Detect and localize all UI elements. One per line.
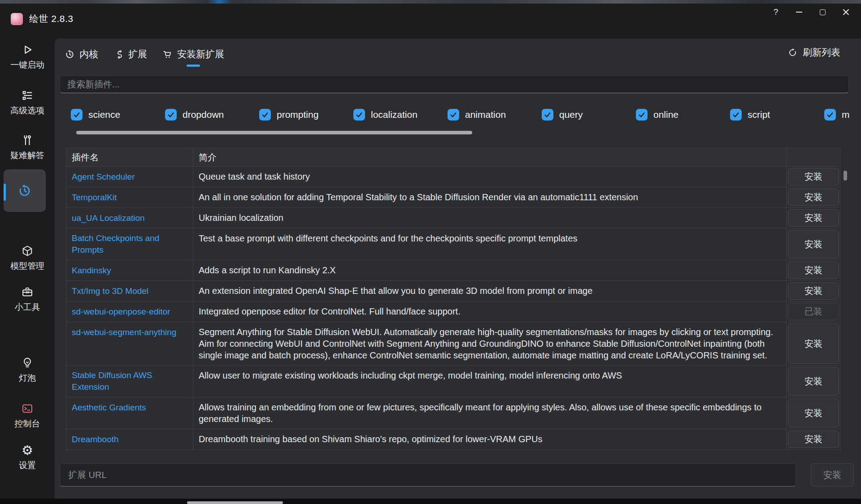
plugin-name-link[interactable]: Aesthetic Gradients [72, 402, 146, 414]
sidebar-item-lightbulb[interactable]: 灯泡 [0, 356, 55, 383]
install-button[interactable]: 安装 [788, 431, 839, 448]
gear-icon: ⚙ [0, 444, 55, 457]
sidebar-item-troubleshoot[interactable]: 疑难解答 [0, 134, 55, 160]
checkbox-checked-icon [71, 109, 83, 121]
tab-label: 内核 [79, 48, 98, 60]
tab-install-new-extensions[interactable]: 安装新扩展 [161, 44, 226, 67]
sidebar-item-label: 灯泡 [0, 374, 55, 383]
column-header-action [787, 148, 840, 166]
refresh-label: 刷新列表 [803, 46, 840, 59]
sidebar-item-version-management-selected[interactable] [4, 169, 46, 212]
install-button[interactable]: 安装 [788, 323, 839, 364]
sidebar: 一键启动 高级选项 疑难解答 [0, 39, 55, 499]
refresh-icon [788, 48, 797, 57]
sidebar-item-advanced-options[interactable]: 高级选项 [0, 89, 55, 115]
plugin-name-link[interactable]: sd-webui-openpose-editor [72, 306, 170, 318]
extension-url-input[interactable] [60, 464, 796, 486]
plugin-name-link[interactable]: TemporalKit [72, 192, 117, 203]
taskbar-sliver [0, 499, 861, 504]
plugin-name-link[interactable]: sd-webui-segment-anything [72, 327, 176, 338]
install-button[interactable]: 安装 [788, 262, 839, 279]
sidebar-item-label: 模型管理 [0, 262, 55, 271]
filter-checkbox-item[interactable]: localization [353, 107, 448, 123]
plugin-name-cell: Dreambooth [66, 429, 193, 449]
content-panel: 内核 扩展 安装新扩展 刷新列表 [55, 39, 861, 499]
plugin-name-link[interactable]: Batch Checkpoints and Prompts [72, 233, 177, 256]
title-bar: 绘世 2.8.3 ? [0, 4, 861, 39]
extension-url-box [60, 463, 796, 487]
plugin-name-link[interactable]: ua_UA Localization [72, 212, 145, 224]
shopping-cart-icon [162, 49, 173, 60]
plugin-action-cell: 安装 [787, 167, 840, 187]
plugin-name-link[interactable]: Kandinsky [72, 265, 111, 276]
plugin-description: Adds a script to run Kandinsky 2.X [193, 260, 787, 280]
table-row: TemporalKit An all in one solution for a… [66, 187, 840, 208]
plugin-name-link[interactable]: Stable Diffusion AWS Extension [72, 370, 177, 393]
search-input[interactable] [60, 76, 848, 93]
plug-cable-icon [113, 49, 124, 60]
filter-label: online [653, 109, 678, 120]
app-window: 绘世 2.8.3 ? 一键启动 高级选项 [0, 4, 861, 499]
tab-kernel[interactable]: 内核 [63, 44, 100, 67]
close-button[interactable] [834, 4, 857, 20]
plugin-name-cell: Aesthetic Gradients [66, 397, 193, 429]
checkbox-checked-icon [730, 109, 742, 121]
plugin-description: Allow user to migrate existing workloads… [193, 366, 787, 397]
vertical-scrollbar-thumb[interactable] [844, 171, 847, 181]
sidebar-item-model-management[interactable]: 模型管理 [0, 244, 55, 271]
terminal-icon [0, 402, 55, 415]
url-install-button[interactable]: 安装 [811, 463, 854, 487]
install-button[interactable]: 安装 [788, 367, 839, 396]
help-button[interactable]: ? [764, 4, 787, 20]
filter-checkbox-item[interactable]: prompting [259, 107, 353, 123]
plugin-name-cell: TemporalKit [66, 187, 193, 207]
filter-checkbox-item[interactable]: science [71, 107, 165, 123]
install-button[interactable]: 安装 [788, 209, 839, 227]
table-row: Stable Diffusion AWS Extension Allow use… [66, 366, 840, 397]
close-icon [843, 9, 849, 16]
plugin-name-cell: ua_UA Localization [66, 208, 193, 228]
filter-checkbox-item[interactable]: script [730, 107, 824, 123]
checkbox-checked-icon [448, 109, 459, 121]
filter-checkbox-item[interactable]: animation [448, 107, 542, 123]
install-button[interactable]: 安装 [788, 189, 839, 206]
plugin-name-link[interactable]: Agent Scheduler [72, 171, 135, 183]
maximize-button[interactable] [811, 4, 834, 20]
plugin-name-link[interactable]: Dreambooth [72, 434, 119, 445]
options-list-icon [0, 89, 55, 102]
tab-extensions[interactable]: 扩展 [112, 44, 149, 67]
filter-checkbox-item[interactable]: m [824, 107, 861, 123]
checkbox-checked-icon [353, 109, 365, 121]
minimize-button[interactable] [787, 4, 811, 20]
install-button[interactable]: 安装 [788, 168, 839, 185]
table-row: Kandinsky Adds a script to run Kandinsky… [66, 260, 840, 281]
filter-checkbox-item[interactable]: online [636, 107, 730, 123]
column-header-description: 简介 [193, 148, 787, 166]
filter-row: science dropdown prompting localization … [71, 107, 861, 123]
filter-checkbox-item[interactable]: dropdown [165, 107, 259, 123]
help-icon: ? [774, 7, 778, 17]
plugin-description: An extension integrated OpenAI Shap-E th… [193, 281, 787, 301]
plugin-action-cell: 安装 [787, 281, 840, 301]
checkbox-checked-icon [542, 109, 553, 121]
sidebar-item-label: 小工具 [0, 303, 55, 312]
install-button[interactable]: 安装 [788, 282, 839, 300]
filter-checkbox-item[interactable]: query [542, 107, 636, 123]
horizontal-scrollbar-thumb[interactable] [76, 131, 472, 134]
plugin-name-link[interactable]: Txt/Img to 3D Model [72, 285, 148, 297]
plugin-action-cell: 安装 [787, 187, 840, 207]
sidebar-item-small-tools[interactable]: 小工具 [0, 285, 55, 312]
install-button[interactable]: 安装 [788, 230, 839, 258]
play-icon [0, 43, 55, 56]
sidebar-item-console[interactable]: 控制台 [0, 402, 55, 428]
filter-label: m [842, 109, 850, 120]
sidebar-item-launch[interactable]: 一键启动 [0, 43, 55, 69]
plugin-name-cell: Batch Checkpoints and Prompts [66, 228, 193, 260]
sidebar-item-settings[interactable]: ⚙ 设置 [0, 444, 55, 470]
plugin-name-cell: Stable Diffusion AWS Extension [66, 366, 193, 397]
toolbox-icon [0, 285, 55, 299]
sidebar-item-label: 疑难解答 [0, 151, 55, 160]
plugin-name-cell: Agent Scheduler [66, 167, 193, 187]
refresh-list-button[interactable]: 刷新列表 [788, 45, 840, 60]
install-button[interactable]: 安装 [788, 399, 839, 427]
